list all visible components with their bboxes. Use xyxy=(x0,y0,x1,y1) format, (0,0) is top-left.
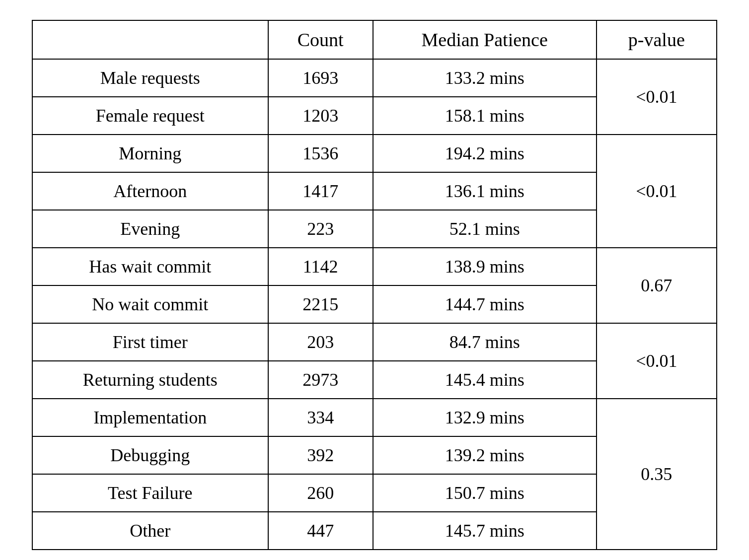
table-row: First timer20384.7 mins<0.01 xyxy=(32,323,717,361)
row-count: 260 xyxy=(268,474,373,512)
table-row: Implementation334132.9 mins0.35 xyxy=(32,399,717,436)
row-p-value: 0.35 xyxy=(597,399,717,550)
row-median: 133.2 mins xyxy=(373,59,597,97)
row-label: Test Failure xyxy=(32,474,268,512)
row-median: 52.1 mins xyxy=(373,210,597,248)
table-row: Morning1536194.2 mins<0.01 xyxy=(32,135,717,172)
row-median: 150.7 mins xyxy=(373,474,597,512)
row-median: 158.1 mins xyxy=(373,97,597,135)
row-p-value: <0.01 xyxy=(597,323,717,399)
row-label: Female request xyxy=(32,97,268,135)
row-label: Debugging xyxy=(32,436,268,474)
header-median-patience: Median Patience xyxy=(373,20,597,59)
row-median: 84.7 mins xyxy=(373,323,597,361)
row-label: Returning students xyxy=(32,361,268,399)
row-label: Other xyxy=(32,512,268,550)
row-label: Morning xyxy=(32,135,268,172)
row-label: No wait commit xyxy=(32,285,268,323)
table-row: Male requests1693133.2 mins<0.01 xyxy=(32,59,717,97)
row-count: 447 xyxy=(268,512,373,550)
table-row: Has wait commit1142138.9 mins0.67 xyxy=(32,248,717,285)
row-count: 1417 xyxy=(268,172,373,210)
row-p-value: 0.67 xyxy=(597,248,717,323)
row-label: Male requests xyxy=(32,59,268,97)
row-median: 132.9 mins xyxy=(373,399,597,436)
row-count: 392 xyxy=(268,436,373,474)
page-container: Count Median Patience p-value Male reque… xyxy=(32,20,717,560)
row-count: 1693 xyxy=(268,59,373,97)
header-count: Count xyxy=(268,20,373,59)
row-count: 2973 xyxy=(268,361,373,399)
row-count: 334 xyxy=(268,399,373,436)
row-label: Has wait commit xyxy=(32,248,268,285)
row-label: Evening xyxy=(32,210,268,248)
header-category xyxy=(32,20,268,59)
row-count: 1142 xyxy=(268,248,373,285)
row-count: 223 xyxy=(268,210,373,248)
data-table: Count Median Patience p-value Male reque… xyxy=(32,20,717,550)
header-p-value: p-value xyxy=(597,20,717,59)
row-count: 2215 xyxy=(268,285,373,323)
row-median: 139.2 mins xyxy=(373,436,597,474)
row-median: 145.4 mins xyxy=(373,361,597,399)
row-p-value: <0.01 xyxy=(597,135,717,248)
row-median: 136.1 mins xyxy=(373,172,597,210)
row-label: Afternoon xyxy=(32,172,268,210)
row-p-value: <0.01 xyxy=(597,59,717,135)
row-median: 144.7 mins xyxy=(373,285,597,323)
row-label: First timer xyxy=(32,323,268,361)
row-label: Implementation xyxy=(32,399,268,436)
row-median: 145.7 mins xyxy=(373,512,597,550)
table-wrapper: Count Median Patience p-value Male reque… xyxy=(32,20,717,550)
row-median: 138.9 mins xyxy=(373,248,597,285)
row-count: 203 xyxy=(268,323,373,361)
row-count: 1203 xyxy=(268,97,373,135)
row-count: 1536 xyxy=(268,135,373,172)
row-median: 194.2 mins xyxy=(373,135,597,172)
